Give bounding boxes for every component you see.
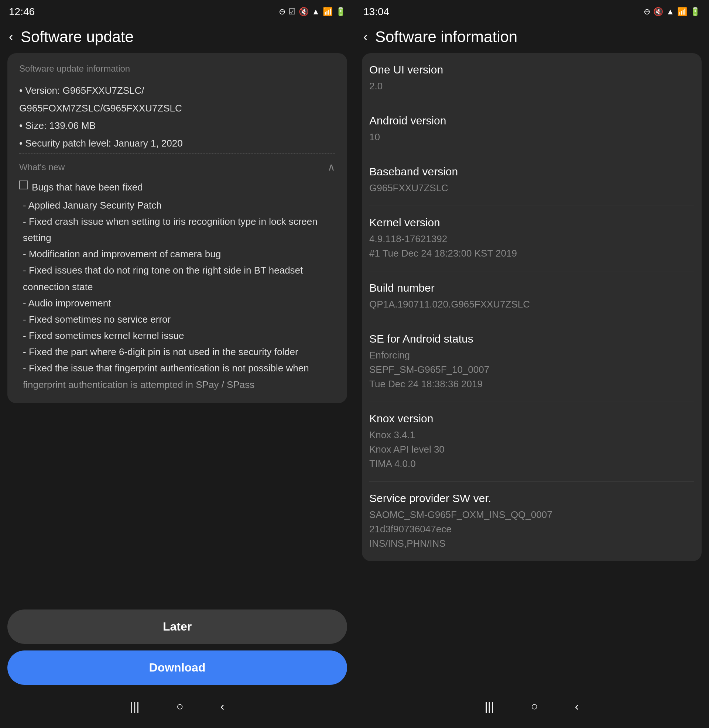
info-list: One UI version 2.0 Android version 10 Ba… [362,53,702,561]
right-phone-panel: 13:04 ⊖ 🔇 ▲ 📶 🔋 ‹ Software information O… [354,0,709,728]
status-time-left: 12:46 [9,6,35,18]
info-item-baseband: Baseband version G965FXXU7ZSLC [369,155,694,206]
info-item-knox: Knox version Knox 3.4.1Knox API level 30… [369,402,694,482]
knox-label: Knox version [369,412,694,425]
kernel-label: Kernel version [369,216,694,229]
fix-item-5: - Fixed sometimes no service error [19,311,335,328]
minus-circle-icon: ⊖ [279,7,286,17]
status-icons-left: ⊖ ☑ 🔇 ▲ 📶 🔋 [279,7,346,17]
page-title-right: Software information [375,28,517,46]
nav-back-icon-right[interactable]: ‹ [575,700,579,713]
version-line2: G965FOXM7ZSLC/G965FXXU7ZSLC [19,101,335,116]
se-android-label: SE for Android status [369,333,694,345]
status-bar-right: 13:04 ⊖ 🔇 ▲ 📶 🔋 [354,0,709,22]
info-item-kernel: Kernel version 4.9.118-17621392#1 Tue De… [369,206,694,271]
info-item-android: Android version 10 [369,104,694,155]
info-item-build: Build number QP1A.190711.020.G965FXXU7ZS… [369,271,694,322]
toolbar-right: ‹ Software information [354,22,709,53]
whats-new-header: What's new ∧ [19,153,335,173]
button-area: Later Download [0,602,354,692]
back-button-right[interactable]: ‹ [363,29,368,45]
signal-icon-left: 📶 [323,7,333,17]
build-label: Build number [369,282,694,294]
fix-item-8: - Fixed the issue that fingerprint authe… [19,360,335,392]
mute-icon-left: 🔇 [299,7,309,17]
info-item-one-ui: One UI version 2.0 [369,53,694,104]
fix-item-6: - Fixed sometimes kernel kernel issue [19,328,335,344]
baseband-value: G965FXXU7ZSLC [369,181,694,195]
info-item-se-android: SE for Android status EnforcingSEPF_SM-G… [369,322,694,402]
left-phone-panel: 12:46 ⊖ ☑ 🔇 ▲ 📶 🔋 ‹ Software update Soft… [0,0,354,728]
fix-item-7: - Fixed the part where 6-digit pin is no… [19,344,335,360]
bugs-title: Bugs that have been fixed [32,179,143,195]
page-title-left: Software update [21,28,134,46]
update-info-label: Software update information [19,64,130,74]
mute-icon-right: 🔇 [653,7,663,17]
fix-item-2: - Modification and improvement of camera… [19,246,335,262]
content-left: Software update information • Version: G… [0,53,354,602]
android-label: Android version [369,114,694,127]
wifi-icon-left: ▲ [312,7,320,17]
update-info-section-header: Software update information [19,64,335,77]
nav-menu-icon-left[interactable]: ||| [130,700,140,713]
version-line1: • Version: G965FXXU7ZSLC/ [19,83,335,99]
toolbar-left: ‹ Software update [0,22,354,53]
status-icons-right: ⊖ 🔇 ▲ 📶 🔋 [643,7,700,17]
fix-item-1: - Fixed crash issue when setting to iris… [19,213,335,246]
android-value: 10 [369,130,694,144]
chevron-up-icon: ∧ [328,161,335,173]
whats-new-label: What's new [19,162,65,172]
se-android-value: EnforcingSEPF_SM-G965F_10_0007Tue Dec 24… [369,348,694,391]
one-ui-value: 2.0 [369,79,694,93]
build-value: QP1A.190711.020.G965FXXU7ZSLC [369,297,694,312]
one-ui-label: One UI version [369,64,694,76]
size-line: • Size: 139.06 MB [19,118,335,134]
nav-home-icon-left[interactable]: ○ [176,700,183,713]
nav-back-icon-left[interactable]: ‹ [220,700,225,713]
service-provider-value: SAOMC_SM-G965F_OXM_INS_QQ_000721d3f90736… [369,508,694,551]
fix-item-4: - Audio improvement [19,295,335,311]
right-content: One UI version 2.0 Android version 10 Ba… [354,53,709,692]
battery-icon-right: 🔋 [690,7,700,17]
status-bar-left: 12:46 ⊖ ☑ 🔇 ▲ 📶 🔋 [0,0,354,22]
download-button[interactable]: Download [7,651,347,685]
info-item-service-provider: Service provider SW ver. SAOMC_SM-G965F_… [369,482,694,561]
status-time-right: 13:04 [363,6,389,18]
kernel-value: 4.9.118-17621392#1 Tue Dec 24 18:23:00 K… [369,232,694,261]
software-info-card: One UI version 2.0 Android version 10 Ba… [362,53,702,561]
fix-item-0: - Applied January Security Patch [19,197,335,213]
back-button-left[interactable]: ‹ [9,29,13,45]
signal-icon-right: 📶 [677,7,687,17]
service-provider-label: Service provider SW ver. [369,492,694,505]
minus-circle-icon-right: ⊖ [643,7,650,17]
check-square-icon: ☑ [288,7,296,17]
nav-bar-right: ||| ○ ‹ [354,692,709,728]
fix-item-3: - Fixed issues that do not ring tone on … [19,262,335,295]
nav-home-icon-right[interactable]: ○ [531,700,538,713]
update-info-card: Software update information • Version: G… [7,53,347,403]
nav-menu-icon-right[interactable]: ||| [485,700,494,713]
security-line: • Security patch level: January 1, 2020 [19,136,335,151]
baseband-label: Baseband version [369,165,694,178]
update-info-content: • Version: G965FXXU7ZSLC/ G965FOXM7ZSLC/… [19,83,335,151]
nav-bar-left: ||| ○ ‹ [0,692,354,728]
bugs-item: Bugs that have been fixed [19,179,335,195]
whats-new-content: Bugs that have been fixed - Applied Janu… [19,179,335,392]
battery-icon-left: 🔋 [336,7,346,17]
bugs-checkbox [19,181,28,189]
wifi-icon-right: ▲ [666,7,674,17]
later-button[interactable]: Later [7,610,347,644]
knox-value: Knox 3.4.1Knox API level 30TIMA 4.0.0 [369,428,694,471]
